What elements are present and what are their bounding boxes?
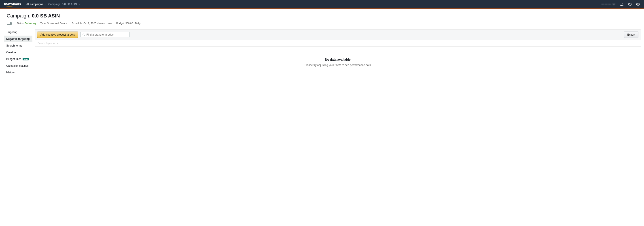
type-label: Type: [40,22,46,25]
breadcrumb-current[interactable]: Campaign: 0.0 SB ASIN [48,3,77,6]
bell-icon[interactable] [620,2,624,6]
sidebar-item-campaign-settings[interactable]: Campaign settings [4,62,32,69]
sidebar: Targeting Negative targeting Search term… [0,27,35,83]
status-label: Status: [16,22,24,25]
sidebar-item-negative-targeting[interactable]: Negative targeting [4,36,32,42]
budget-label: Budget: [116,22,125,25]
svg-point-4 [83,34,84,35]
top-nav: mazonads All campaigns › Campaign: 0.0 S… [0,0,644,9]
chevron-down-icon [612,2,616,6]
main-panel: Add negative product targets Export Bran… [35,27,644,83]
budget-field: Budget: $50.00 - Daily [116,22,141,25]
empty-title: No data available [38,58,638,61]
svg-line-5 [84,35,85,36]
chevron-right-icon: › [46,3,46,6]
sidebar-item-label: Budget rules [6,58,21,61]
sidebar-item-label: History [6,71,14,74]
account-label: — — — [601,3,611,6]
search-icon [82,33,85,36]
schedule-field: Schedule: Oct 2, 2020 - No end date [72,22,112,25]
page-header: Campaign: 0.0 SB ASIN Status: Delivering… [0,9,644,27]
status-field: Status: Delivering [16,22,36,25]
logo-text-left: mazon [4,2,15,6]
search-input[interactable] [86,33,128,36]
topnav-right: — — — [601,2,640,6]
export-button[interactable]: Export [624,32,638,38]
status-toggle[interactable] [7,22,12,25]
new-badge: New [22,58,28,60]
page-title: Campaign: 0.0 SB ASIN [7,13,637,19]
page-title-name: 0.0 SB ASIN [32,13,60,19]
sidebar-item-creative[interactable]: Creative [4,49,32,56]
sidebar-item-search-terms[interactable]: Search terms [4,42,32,49]
page-body: Targeting Negative targeting Search term… [0,27,644,83]
sidebar-item-label: Search terms [6,44,22,47]
toolbar: Add negative product targets Export [35,29,641,40]
svg-point-3 [638,3,639,5]
type-value: Sponsored Brands [47,22,67,25]
sidebar-item-label: Negative targeting [6,37,30,41]
chevron-right-icon: › [79,3,80,6]
logo-text-right: ads [15,2,21,6]
breadcrumb-all-campaigns[interactable]: All campaigns [26,3,43,6]
search-wrapper [80,32,130,37]
sidebar-item-label: Creative [6,51,16,54]
account-switcher[interactable]: — — — [601,2,616,6]
schedule-value: Oct 2, 2020 - No end date [84,22,112,25]
profile-icon[interactable] [636,2,640,6]
sidebar-item-label: Targeting [6,31,17,34]
budget-value: $50.00 - Daily [126,22,141,25]
empty-subtitle: Please try adjusting your filters to see… [38,64,638,67]
status-value: Delivering [25,22,36,25]
empty-state: No data available Please try adjusting y… [35,47,641,80]
campaign-meta-row: Status: Delivering Type: Sponsored Brand… [7,22,637,25]
logo[interactable]: mazonads [4,2,21,6]
svg-point-1 [630,5,630,5]
sidebar-item-history[interactable]: History [4,69,32,76]
breadcrumb: All campaigns › Campaign: 0.0 SB ASIN › [26,3,80,6]
schedule-label: Schedule: [72,22,83,25]
sidebar-item-targeting[interactable]: Targeting [4,29,32,36]
sidebar-item-label: Campaign settings [6,64,28,67]
table-header: Brands & products [35,40,641,47]
sidebar-item-budget-rules[interactable]: Budget rules New [4,56,32,62]
page-title-prefix: Campaign: [7,13,32,19]
add-negative-targets-button[interactable]: Add negative product targets [37,32,78,38]
column-brands-products: Brands & products [38,42,58,45]
type-field: Type: Sponsored Brands [40,22,67,25]
help-icon[interactable] [628,2,632,6]
